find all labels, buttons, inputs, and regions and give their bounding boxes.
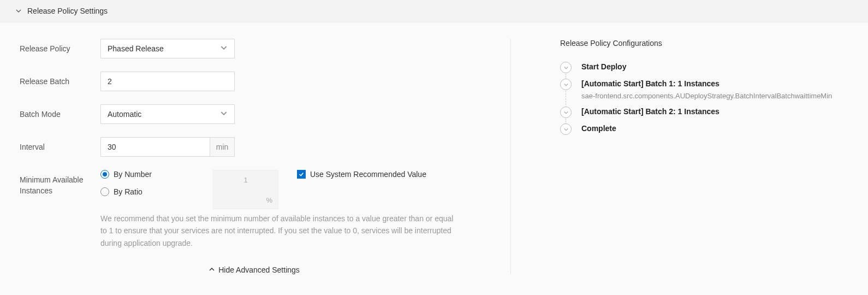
config-column: Release Policy Configurations Start Depl… [511,39,853,274]
release-policy-select[interactable]: Phased Release [100,39,235,58]
step-list: Start Deploy [Automatic Start] Batch 1: … [560,62,853,140]
step-circle-icon [560,123,572,135]
step-start-deploy: Start Deploy [560,62,853,79]
radio-by-ratio-label: By Ratio [114,187,142,196]
step-batch-1: [Automatic Start] Batch 1: 1 Instances s… [560,79,853,107]
radio-by-number-label: By Number [114,170,152,179]
step-label: [Automatic Start] Batch 1: 1 Instances [581,79,832,88]
row-min-available: Minimum Available Instances By Number By… [20,170,489,249]
row-release-batch: Release Batch 2 [20,72,489,91]
checkbox-checked-icon [297,170,306,179]
row-interval: Interval 30 min [20,137,489,157]
release-batch-input[interactable]: 2 [100,72,235,91]
chevron-up-icon [209,266,215,274]
form-column: Release Policy Phased Release Release Ba… [20,39,511,274]
release-batch-value: 2 [108,77,112,86]
radio-icon [100,187,109,196]
interval-input-group: 30 min [100,137,235,157]
interval-label: Interval [20,137,100,153]
hide-advanced-label: Hide Advanced Settings [218,266,300,274]
content-area: Release Policy Phased Release Release Ba… [0,22,868,291]
chevron-down-icon [220,44,228,54]
disabled-value-top: 1 [243,176,247,184]
radio-by-number[interactable]: By Number [100,170,213,179]
release-batch-label: Release Batch [20,72,100,87]
chevron-down-icon [15,8,22,14]
config-title: Release Policy Configurations [560,39,853,48]
min-value-disabled-input: 1 % [213,170,278,209]
release-policy-value: Phased Release [108,44,164,53]
use-recommended-label: Use System Recommended Value [310,170,426,179]
step-complete: Complete [560,123,853,140]
chevron-down-icon [220,110,228,119]
section-title: Release Policy Settings [27,7,108,15]
help-text: We recommend that you set the minimum nu… [100,213,461,249]
hide-advanced-toggle[interactable]: Hide Advanced Settings [20,266,489,274]
min-available-label: Minimum Available Instances [20,170,100,196]
step-batch-2: [Automatic Start] Batch 2: 1 Instances [560,107,853,123]
percent-icon: % [266,196,272,204]
radio-icon [100,170,109,179]
release-policy-label: Release Policy [20,39,100,55]
step-circle-icon [560,107,572,118]
step-circle-icon [560,62,572,73]
radio-by-ratio[interactable]: By Ratio [100,187,213,196]
row-batch-mode: Batch Mode Automatic [20,104,489,124]
step-label: Complete [581,123,616,133]
interval-input[interactable]: 30 [100,137,210,157]
batch-mode-label: Batch Mode [20,104,100,120]
step-subtext: sae-frontend.src.components.AUDeployStra… [581,91,832,101]
batch-mode-value: Automatic [108,110,141,119]
step-label: Start Deploy [581,62,626,71]
interval-unit: min [210,137,235,157]
section-header[interactable]: Release Policy Settings [0,0,868,22]
row-release-policy: Release Policy Phased Release [20,39,489,58]
step-circle-icon [560,79,572,90]
batch-mode-select[interactable]: Automatic [100,104,235,124]
use-recommended-checkbox[interactable]: Use System Recommended Value [297,170,426,179]
step-label: [Automatic Start] Batch 2: 1 Instances [581,107,720,116]
interval-value: 30 [108,143,116,151]
